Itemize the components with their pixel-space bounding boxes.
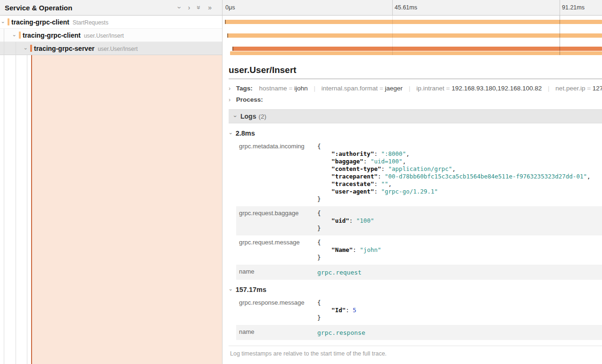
chevron-right-icon[interactable]: › — [229, 97, 231, 103]
span-bar[interactable] — [225, 20, 602, 24]
span-detail-panel: user.User/Insert › Tags: hostname = ijoh… — [223, 55, 602, 364]
tag-item: hostname = ijohn — [259, 85, 308, 92]
chevron-down-icon: › — [228, 289, 233, 291]
operation-name: user.User/Insert — [84, 32, 124, 39]
chevron-down-icon[interactable]: › — [12, 35, 17, 37]
field-key: grpc.request.baggage — [236, 206, 317, 235]
service-operation-header: Service & Operation › › » » — [0, 0, 222, 16]
field-key: name — [236, 325, 317, 340]
field-value: { "uid": "100" } — [317, 206, 602, 235]
timeline-ruler: 0μs 45.61ms 91.21ms — [223, 0, 602, 16]
service-name: tracing-grpc-client — [23, 32, 81, 39]
log-field-row: namegrpc.response — [236, 325, 602, 340]
logs-label: Logs — [240, 113, 256, 120]
field-key: grpc.response.message — [236, 296, 317, 325]
indent-guide — [27, 55, 27, 364]
chevron-down-icon[interactable]: › — [176, 7, 183, 9]
tag-item: ip.intranet = 192.168.93.180,192.168.100… — [416, 85, 542, 92]
double-chevron-right-icon[interactable]: » — [208, 4, 212, 11]
log-group-timestamp: 2.8ms — [236, 129, 255, 137]
service-name: tracing-grpc-client — [11, 18, 69, 26]
process-row[interactable]: › Process: — [229, 96, 602, 103]
span-start-tick — [232, 47, 233, 51]
operation-name: user.User/Insert — [98, 46, 138, 52]
indent-guide — [4, 29, 4, 364]
span-tree-panel: Service & Operation › › » » › tracing-gr… — [0, 0, 222, 364]
log-group-header[interactable]: ›2.8ms — [229, 129, 602, 137]
ruler-tick-line — [392, 0, 393, 15]
span-start-tick — [225, 20, 226, 24]
span-tree-row-selected[interactable]: › tracing-grpc-serveruser.User/Insert — [0, 42, 222, 55]
tag-separator: | — [548, 85, 550, 92]
timeline-span-bars — [223, 16, 602, 55]
chevron-down-icon[interactable]: › — [23, 48, 28, 50]
span-detail-title: user.User/Insert — [229, 65, 602, 75]
field-value: { ":authority": ":8000", "baggage": "uid… — [317, 139, 602, 206]
field-key: grpc.metadata.incoming — [236, 139, 317, 206]
log-fields-table: grpc.response.message{ "Id": 5 }namegrpc… — [236, 296, 602, 340]
logs-count: (2) — [258, 113, 266, 120]
footer-note: Log timestamps are relative to the start… — [229, 346, 602, 357]
chevron-down-icon: › — [228, 132, 233, 134]
time-tick-label: 0μs — [225, 4, 235, 11]
log-field-row: grpc.request.baggage{ "uid": "100" } — [236, 206, 602, 235]
log-group-header[interactable]: ›157.17ms — [229, 286, 602, 293]
field-value: { "Name": "john" } — [317, 235, 602, 265]
log-field-row: grpc.metadata.incoming{ ":authority": ":… — [236, 139, 602, 206]
tags-label: Tags: — [236, 85, 253, 92]
span-tree-row[interactable]: › tracing-grpc-clientStartRequests — [0, 16, 222, 29]
span-tree: › tracing-grpc-clientStartRequests › tra… — [0, 16, 222, 55]
time-tick-label: 45.61ms — [395, 4, 417, 11]
log-groups: ›2.8msgrpc.metadata.incoming{ ":authorit… — [229, 129, 602, 340]
log-fields-table: grpc.metadata.incoming{ ":authority": ":… — [236, 139, 602, 280]
log-field-row: grpc.request.message{ "Name": "john" } — [236, 235, 602, 265]
tag-separator: | — [409, 85, 411, 92]
tag-item: internal.span.format = jaeger — [322, 85, 403, 92]
service-name: tracing-grpc-server — [34, 45, 94, 52]
span-bar[interactable] — [230, 51, 602, 55]
jaeger-trace-timeline-page: { "icons": { "chevron_down": "›", "chevr… — [0, 0, 602, 364]
service-operation-title: Service & Operation — [5, 4, 179, 12]
detail-divider — [229, 79, 602, 79]
ruler-tick-line — [560, 0, 560, 15]
span-color-strip — [19, 32, 21, 39]
logs-section-header[interactable]: › Logs (2) — [229, 109, 602, 123]
timeline-gridline — [392, 16, 393, 55]
log-group-timestamp: 157.17ms — [236, 286, 266, 293]
span-color-strip — [8, 18, 9, 25]
chevron-down-icon[interactable]: › — [0, 22, 6, 24]
tree-collapse-controls: › › » » — [179, 4, 217, 11]
indent-guide — [16, 42, 16, 364]
span-bar[interactable] — [227, 33, 602, 38]
operation-name: StartRequests — [73, 19, 108, 26]
field-value: grpc.response — [317, 325, 602, 340]
span-color-strip — [30, 45, 32, 52]
timeline-gridline — [560, 16, 560, 55]
timeline-panel: 0μs 45.61ms 91.21ms user.User/Insert › T… — [222, 0, 602, 364]
selected-span-indent-fill — [31, 55, 222, 364]
log-field-row: grpc.response.message{ "Id": 5 } — [236, 296, 602, 325]
time-tick-label: 91.21ms — [562, 4, 585, 11]
log-field-row: namegrpc.request — [236, 265, 602, 280]
chevron-right-icon[interactable]: › — [188, 4, 190, 11]
chevron-down-icon[interactable]: › — [232, 115, 238, 117]
tag-separator: | — [314, 85, 316, 92]
tag-item: net.peer.ip = 127.0.0.1 — [555, 85, 602, 92]
span-bar[interactable] — [232, 47, 602, 51]
field-value: { "Id": 5 } — [317, 296, 602, 325]
field-value: grpc.request — [317, 265, 602, 280]
field-key: name — [236, 265, 317, 280]
span-tree-row[interactable]: › tracing-grpc-clientuser.User/Insert — [0, 29, 222, 42]
tags-row[interactable]: › Tags: hostname = ijohn | internal.span… — [229, 85, 602, 92]
process-label: Process: — [236, 96, 263, 103]
chevron-right-icon[interactable]: › — [229, 86, 231, 91]
span-start-tick — [227, 33, 228, 38]
field-key: grpc.request.message — [236, 235, 317, 265]
double-chevron-down-icon[interactable]: » — [196, 6, 202, 9]
